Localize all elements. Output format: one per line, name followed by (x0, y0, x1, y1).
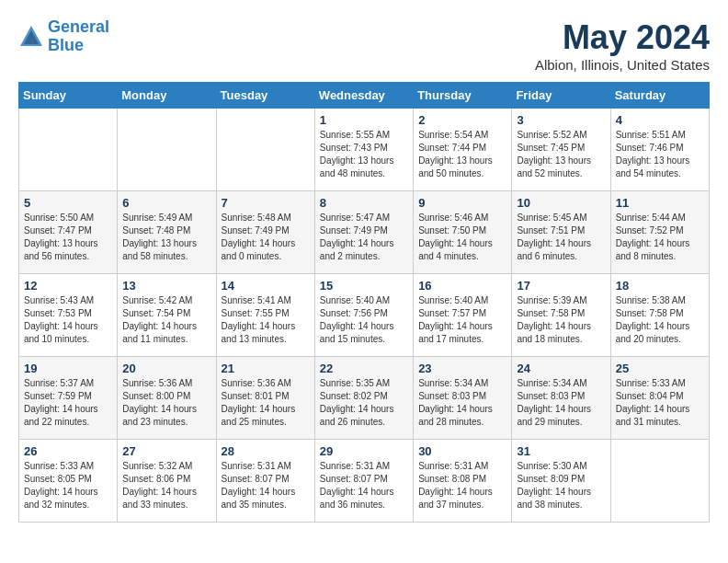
day-info: Sunrise: 5:46 AM Sunset: 7:50 PM Dayligh… (418, 212, 506, 263)
day-info: Sunrise: 5:48 AM Sunset: 7:49 PM Dayligh… (222, 212, 310, 263)
calendar-cell: 8Sunrise: 5:47 AM Sunset: 7:49 PM Daylig… (314, 191, 413, 274)
calendar-table: SundayMondayTuesdayWednesdayThursdayFrid… (18, 82, 710, 523)
day-number: 26 (24, 444, 112, 458)
calendar-cell: 22Sunrise: 5:35 AM Sunset: 8:02 PM Dayli… (314, 357, 413, 440)
calendar-cell: 1Sunrise: 5:55 AM Sunset: 7:43 PM Daylig… (314, 109, 413, 191)
calendar-cell: 29Sunrise: 5:31 AM Sunset: 8:07 PM Dayli… (314, 440, 413, 523)
weekday-header-row: SundayMondayTuesdayWednesdayThursdayFrid… (19, 83, 710, 109)
calendar-cell: 28Sunrise: 5:31 AM Sunset: 8:07 PM Dayli… (216, 440, 314, 523)
calendar-cell: 11Sunrise: 5:44 AM Sunset: 7:52 PM Dayli… (610, 191, 709, 274)
calendar-cell (610, 440, 709, 523)
day-info: Sunrise: 5:47 AM Sunset: 7:49 PM Dayligh… (320, 212, 408, 263)
calendar-cell: 27Sunrise: 5:32 AM Sunset: 8:06 PM Dayli… (118, 440, 216, 523)
calendar-cell: 4Sunrise: 5:51 AM Sunset: 7:46 PM Daylig… (610, 109, 709, 191)
week-row-5: 26Sunrise: 5:33 AM Sunset: 8:05 PM Dayli… (19, 440, 710, 523)
day-info: Sunrise: 5:41 AM Sunset: 7:55 PM Dayligh… (222, 294, 310, 346)
day-info: Sunrise: 5:31 AM Sunset: 8:07 PM Dayligh… (222, 460, 310, 511)
day-number: 17 (517, 279, 605, 293)
day-number: 4 (616, 113, 704, 127)
day-info: Sunrise: 5:34 AM Sunset: 8:03 PM Dayligh… (418, 377, 506, 429)
day-info: Sunrise: 5:37 AM Sunset: 7:59 PM Dayligh… (24, 377, 112, 429)
day-number: 29 (320, 444, 408, 458)
day-info: Sunrise: 5:36 AM Sunset: 8:00 PM Dayligh… (122, 377, 210, 429)
day-info: Sunrise: 5:49 AM Sunset: 7:48 PM Dayligh… (122, 212, 210, 263)
calendar-cell: 20Sunrise: 5:36 AM Sunset: 8:00 PM Dayli… (118, 357, 216, 440)
day-info: Sunrise: 5:39 AM Sunset: 7:58 PM Dayligh… (517, 294, 605, 346)
day-number: 31 (517, 444, 605, 458)
day-number: 9 (418, 196, 506, 210)
calendar-cell: 15Sunrise: 5:40 AM Sunset: 7:56 PM Dayli… (314, 274, 413, 357)
calendar-cell: 2Sunrise: 5:54 AM Sunset: 7:44 PM Daylig… (414, 109, 512, 191)
day-info: Sunrise: 5:33 AM Sunset: 8:04 PM Dayligh… (616, 377, 704, 429)
week-row-2: 5Sunrise: 5:50 AM Sunset: 7:47 PM Daylig… (19, 191, 710, 274)
day-info: Sunrise: 5:50 AM Sunset: 7:47 PM Dayligh… (24, 212, 112, 263)
logo: General Blue (18, 18, 109, 55)
week-row-4: 19Sunrise: 5:37 AM Sunset: 7:59 PM Dayli… (19, 357, 710, 440)
calendar-cell: 14Sunrise: 5:41 AM Sunset: 7:55 PM Dayli… (216, 274, 314, 357)
day-number: 1 (320, 113, 408, 127)
calendar-cell: 6Sunrise: 5:49 AM Sunset: 7:48 PM Daylig… (118, 191, 216, 274)
day-info: Sunrise: 5:35 AM Sunset: 8:02 PM Dayligh… (320, 377, 408, 429)
calendar-cell: 7Sunrise: 5:48 AM Sunset: 7:49 PM Daylig… (216, 191, 314, 274)
day-number: 11 (616, 196, 704, 210)
calendar-cell: 12Sunrise: 5:43 AM Sunset: 7:53 PM Dayli… (19, 274, 118, 357)
calendar-cell: 24Sunrise: 5:34 AM Sunset: 8:03 PM Dayli… (512, 357, 610, 440)
calendar-cell: 30Sunrise: 5:31 AM Sunset: 8:08 PM Dayli… (414, 440, 512, 523)
calendar-cell: 31Sunrise: 5:30 AM Sunset: 8:09 PM Dayli… (512, 440, 610, 523)
calendar-cell (118, 109, 216, 191)
weekday-header-friday: Friday (512, 83, 610, 109)
day-info: Sunrise: 5:32 AM Sunset: 8:06 PM Dayligh… (122, 460, 210, 511)
day-info: Sunrise: 5:40 AM Sunset: 7:57 PM Dayligh… (418, 294, 506, 346)
calendar-cell: 17Sunrise: 5:39 AM Sunset: 7:58 PM Dayli… (512, 274, 610, 357)
day-number: 20 (122, 362, 210, 375)
logo-blue: Blue (48, 37, 109, 55)
day-number: 27 (122, 444, 210, 458)
day-number: 8 (320, 196, 408, 210)
title-block: May 2024 Albion, Illinois, United States (535, 18, 710, 73)
day-info: Sunrise: 5:34 AM Sunset: 8:03 PM Dayligh… (517, 377, 605, 429)
calendar-cell: 10Sunrise: 5:45 AM Sunset: 7:51 PM Dayli… (512, 191, 610, 274)
day-number: 16 (418, 279, 506, 293)
day-number: 28 (222, 444, 310, 458)
month-title: May 2024 (535, 18, 710, 57)
calendar-cell: 13Sunrise: 5:42 AM Sunset: 7:54 PM Dayli… (118, 274, 216, 357)
day-info: Sunrise: 5:30 AM Sunset: 8:09 PM Dayligh… (517, 460, 605, 511)
calendar-cell: 21Sunrise: 5:36 AM Sunset: 8:01 PM Dayli… (216, 357, 314, 440)
calendar-cell: 23Sunrise: 5:34 AM Sunset: 8:03 PM Dayli… (414, 357, 512, 440)
location: Albion, Illinois, United States (535, 57, 710, 73)
day-info: Sunrise: 5:38 AM Sunset: 7:58 PM Dayligh… (616, 294, 704, 346)
day-number: 3 (517, 113, 605, 127)
day-number: 15 (320, 279, 408, 293)
calendar-cell: 26Sunrise: 5:33 AM Sunset: 8:05 PM Dayli… (19, 440, 118, 523)
page-header: General Blue May 2024 Albion, Illinois, … (18, 18, 710, 73)
calendar-cell: 16Sunrise: 5:40 AM Sunset: 7:57 PM Dayli… (414, 274, 512, 357)
day-number: 10 (517, 196, 605, 210)
day-info: Sunrise: 5:33 AM Sunset: 8:05 PM Dayligh… (24, 460, 112, 511)
weekday-header-tuesday: Tuesday (216, 83, 314, 109)
weekday-header-sunday: Sunday (19, 83, 118, 109)
weekday-header-saturday: Saturday (610, 83, 709, 109)
day-number: 21 (222, 362, 310, 375)
calendar-cell: 19Sunrise: 5:37 AM Sunset: 7:59 PM Dayli… (19, 357, 118, 440)
calendar-cell: 5Sunrise: 5:50 AM Sunset: 7:47 PM Daylig… (19, 191, 118, 274)
weekday-header-thursday: Thursday (414, 83, 512, 109)
day-info: Sunrise: 5:51 AM Sunset: 7:46 PM Dayligh… (616, 129, 704, 180)
day-info: Sunrise: 5:55 AM Sunset: 7:43 PM Dayligh… (320, 129, 408, 180)
day-number: 2 (418, 113, 506, 127)
day-number: 18 (616, 279, 704, 293)
day-info: Sunrise: 5:45 AM Sunset: 7:51 PM Dayligh… (517, 212, 605, 263)
day-number: 25 (616, 362, 704, 375)
week-row-1: 1Sunrise: 5:55 AM Sunset: 7:43 PM Daylig… (19, 109, 710, 191)
week-row-3: 12Sunrise: 5:43 AM Sunset: 7:53 PM Dayli… (19, 274, 710, 357)
day-number: 30 (418, 444, 506, 458)
logo-general: General (48, 17, 109, 36)
day-number: 13 (122, 279, 210, 293)
day-info: Sunrise: 5:52 AM Sunset: 7:45 PM Dayligh… (517, 129, 605, 180)
weekday-header-monday: Monday (118, 83, 216, 109)
calendar-cell: 25Sunrise: 5:33 AM Sunset: 8:04 PM Dayli… (610, 357, 709, 440)
logo-text: General Blue (48, 18, 109, 55)
day-info: Sunrise: 5:43 AM Sunset: 7:53 PM Dayligh… (24, 294, 112, 346)
day-number: 24 (517, 362, 605, 375)
day-info: Sunrise: 5:44 AM Sunset: 7:52 PM Dayligh… (616, 212, 704, 263)
day-number: 5 (24, 196, 112, 210)
